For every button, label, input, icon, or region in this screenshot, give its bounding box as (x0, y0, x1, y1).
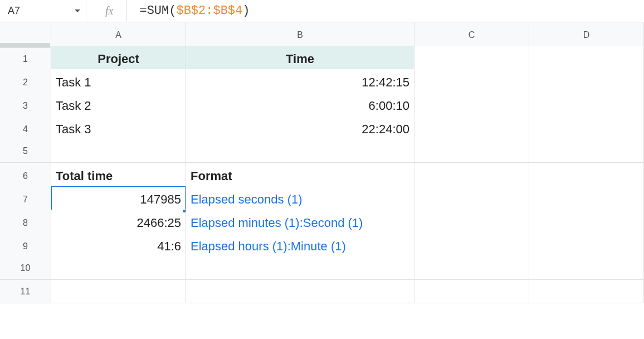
formula-suffix: ) (242, 4, 250, 18)
cell-A9[interactable]: 41:6 (51, 233, 186, 260)
cell-B5[interactable] (186, 139, 414, 163)
cell-A6[interactable]: Total time (51, 163, 186, 190)
cell-C9[interactable] (414, 233, 529, 260)
cell-D10[interactable] (529, 256, 644, 280)
cell-A10[interactable] (51, 256, 186, 280)
row-header-9[interactable]: 9 (0, 233, 51, 260)
cell-C5[interactable] (414, 139, 529, 163)
cell-C2[interactable] (414, 69, 529, 96)
col-header-B[interactable]: B (186, 22, 414, 48)
cell-D6[interactable] (529, 163, 644, 190)
row-header-11[interactable]: 11 (0, 280, 51, 303)
col-header-D[interactable]: D (529, 22, 644, 48)
select-all-corner[interactable] (0, 22, 51, 48)
cell-D11[interactable] (529, 280, 644, 303)
cell-C10[interactable] (414, 256, 529, 280)
formula-bar: A7 fx =SUM($B$2:$B$4) (0, 0, 644, 22)
cell-reference: A7 (8, 5, 20, 17)
row-header-5[interactable]: 5 (0, 139, 51, 163)
name-box[interactable]: A7 (0, 0, 86, 22)
cell-B4[interactable]: 22:24:00 (186, 116, 414, 143)
cell-B9[interactable]: Elapsed hours (1):Minute (1) (186, 233, 414, 260)
row-header-3[interactable]: 3 (0, 93, 51, 119)
cell-C4[interactable] (414, 116, 529, 143)
cell-C6[interactable] (414, 163, 529, 190)
cell-C8[interactable] (414, 210, 529, 236)
cell-B8[interactable]: Elapsed minutes (1):Second (1) (186, 210, 414, 236)
col-header-A[interactable]: A (51, 22, 186, 48)
cell-D3[interactable] (529, 93, 644, 119)
cell-C1[interactable] (414, 46, 529, 72)
cell-D8[interactable] (529, 210, 644, 236)
cell-A5[interactable] (51, 139, 186, 163)
cell-B3[interactable]: 6:00:10 (186, 93, 414, 119)
cell-B11[interactable] (186, 280, 414, 303)
formula-input[interactable]: =SUM($B$2:$B$4) (127, 0, 644, 22)
row-header-2[interactable]: 2 (0, 69, 51, 96)
fx-icon: fx (86, 0, 127, 22)
formula-range: $B$2:$B$4 (176, 4, 242, 18)
cell-A8[interactable]: 2466:25 (51, 210, 186, 236)
chevron-down-icon[interactable] (75, 9, 80, 12)
cell-C7[interactable] (414, 186, 529, 213)
cell-A4[interactable]: Task 3 (51, 116, 186, 143)
cell-D2[interactable] (529, 69, 644, 96)
cell-D9[interactable] (529, 233, 644, 260)
row-header-1[interactable]: 1 (0, 46, 51, 72)
cell-A7-value: 147985 (140, 192, 181, 207)
row-header-8[interactable]: 8 (0, 210, 51, 236)
cell-A3[interactable]: Task 2 (51, 93, 186, 119)
cell-B1[interactable]: Time (186, 46, 414, 72)
cell-B6[interactable]: Format (186, 163, 414, 190)
cell-A11[interactable] (51, 280, 186, 303)
row-header-6[interactable]: 6 (0, 163, 51, 190)
formula-prefix: =SUM( (139, 4, 176, 18)
cell-D4[interactable] (529, 116, 644, 143)
cell-A2[interactable]: Task 1 (51, 69, 186, 96)
col-header-C[interactable]: C (414, 22, 529, 48)
cell-B7[interactable]: Elapsed seconds (1) (186, 186, 414, 213)
cell-D5[interactable] (529, 139, 644, 163)
row-header-10[interactable]: 10 (0, 256, 51, 280)
cell-D1[interactable] (529, 46, 644, 72)
cell-B10[interactable] (186, 256, 414, 280)
cell-C3[interactable] (414, 93, 529, 119)
row-header-4[interactable]: 4 (0, 116, 51, 143)
cell-A7[interactable]: 147985 (51, 186, 186, 213)
cell-C11[interactable] (414, 280, 529, 303)
cell-A1[interactable]: Project (51, 46, 186, 72)
cell-D7[interactable] (529, 186, 644, 213)
cell-B2[interactable]: 12:42:15 (186, 69, 414, 96)
row-header-7[interactable]: 7 (0, 186, 51, 213)
spreadsheet-grid: A B C D 1 Project Time 2 Task 1 12:42:15… (0, 22, 644, 303)
